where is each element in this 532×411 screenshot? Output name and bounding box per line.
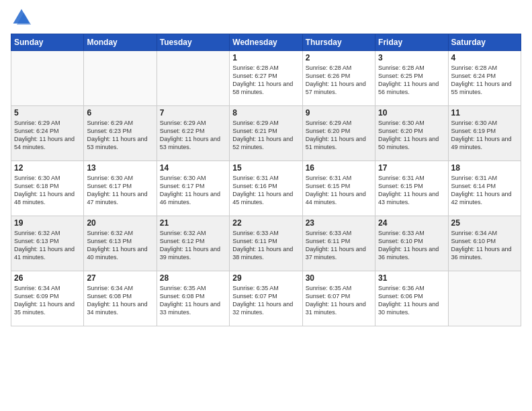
day-info: Sunrise: 6:34 AM Sunset: 6:09 PM Dayligh… <box>14 284 81 317</box>
weekday-header: Saturday <box>448 34 521 51</box>
day-number: 21 <box>160 218 226 228</box>
day-info: Sunrise: 6:31 AM Sunset: 6:15 PM Dayligh… <box>306 174 372 207</box>
calendar-cell: 19Sunrise: 6:32 AM Sunset: 6:13 PM Dayli… <box>11 216 84 271</box>
day-number: 11 <box>451 108 518 118</box>
calendar-cell: 27Sunrise: 6:34 AM Sunset: 6:08 PM Dayli… <box>84 271 157 326</box>
calendar-cell: 29Sunrise: 6:35 AM Sunset: 6:07 PM Dayli… <box>230 271 302 326</box>
day-info: Sunrise: 6:30 AM Sunset: 6:20 PM Dayligh… <box>378 119 445 152</box>
calendar-cell: 20Sunrise: 6:32 AM Sunset: 6:13 PM Dayli… <box>84 216 157 271</box>
calendar-week-row: 26Sunrise: 6:34 AM Sunset: 6:09 PM Dayli… <box>11 271 521 326</box>
day-info: Sunrise: 6:29 AM Sunset: 6:23 PM Dayligh… <box>87 119 153 152</box>
day-info: Sunrise: 6:30 AM Sunset: 6:19 PM Dayligh… <box>451 119 518 152</box>
calendar-cell: 11Sunrise: 6:30 AM Sunset: 6:19 PM Dayli… <box>448 106 521 161</box>
day-number: 7 <box>160 108 226 118</box>
calendar-cell: 31Sunrise: 6:36 AM Sunset: 6:06 PM Dayli… <box>375 271 448 326</box>
calendar-cell: 22Sunrise: 6:33 AM Sunset: 6:11 PM Dayli… <box>230 216 302 271</box>
day-info: Sunrise: 6:32 AM Sunset: 6:13 PM Dayligh… <box>14 229 81 262</box>
day-number: 1 <box>232 53 299 62</box>
day-info: Sunrise: 6:33 AM Sunset: 6:10 PM Dayligh… <box>378 229 445 262</box>
day-info: Sunrise: 6:28 AM Sunset: 6:27 PM Dayligh… <box>232 64 299 97</box>
calendar-cell: 26Sunrise: 6:34 AM Sunset: 6:09 PM Dayli… <box>11 271 84 326</box>
calendar-cell: 15Sunrise: 6:31 AM Sunset: 6:16 PM Dayli… <box>230 161 302 216</box>
day-number: 30 <box>306 273 372 283</box>
calendar-cell: 30Sunrise: 6:35 AM Sunset: 6:07 PM Dayli… <box>302 271 375 326</box>
day-info: Sunrise: 6:28 AM Sunset: 6:25 PM Dayligh… <box>378 64 445 97</box>
calendar-cell: 1Sunrise: 6:28 AM Sunset: 6:27 PM Daylig… <box>230 51 302 106</box>
calendar-cell: 8Sunrise: 6:29 AM Sunset: 6:21 PM Daylig… <box>230 106 302 161</box>
day-number: 2 <box>306 53 372 62</box>
calendar-week-row: 12Sunrise: 6:30 AM Sunset: 6:18 PM Dayli… <box>11 161 521 216</box>
day-info: Sunrise: 6:35 AM Sunset: 6:07 PM Dayligh… <box>232 284 299 317</box>
calendar-week-row: 1Sunrise: 6:28 AM Sunset: 6:27 PM Daylig… <box>11 51 521 106</box>
weekday-header-row: SundayMondayTuesdayWednesdayThursdayFrid… <box>11 34 521 51</box>
day-number: 31 <box>378 273 445 283</box>
day-info: Sunrise: 6:28 AM Sunset: 6:24 PM Dayligh… <box>451 64 518 97</box>
day-info: Sunrise: 6:29 AM Sunset: 6:24 PM Dayligh… <box>14 119 81 152</box>
calendar-cell: 12Sunrise: 6:30 AM Sunset: 6:18 PM Dayli… <box>11 161 84 216</box>
calendar-cell: 23Sunrise: 6:33 AM Sunset: 6:11 PM Dayli… <box>302 216 375 271</box>
day-number: 29 <box>232 273 299 283</box>
header <box>11 7 521 28</box>
calendar-cell: 17Sunrise: 6:31 AM Sunset: 6:15 PM Dayli… <box>375 161 448 216</box>
calendar-cell: 18Sunrise: 6:31 AM Sunset: 6:14 PM Dayli… <box>448 161 521 216</box>
calendar-cell: 3Sunrise: 6:28 AM Sunset: 6:25 PM Daylig… <box>375 51 448 106</box>
day-number: 18 <box>451 163 518 173</box>
day-info: Sunrise: 6:35 AM Sunset: 6:08 PM Dayligh… <box>160 284 226 317</box>
calendar-cell: 2Sunrise: 6:28 AM Sunset: 6:26 PM Daylig… <box>302 51 375 106</box>
day-info: Sunrise: 6:34 AM Sunset: 6:10 PM Dayligh… <box>451 229 518 262</box>
day-info: Sunrise: 6:29 AM Sunset: 6:21 PM Dayligh… <box>232 119 299 152</box>
day-number: 22 <box>232 218 299 228</box>
calendar-cell: 5Sunrise: 6:29 AM Sunset: 6:24 PM Daylig… <box>11 106 84 161</box>
day-info: Sunrise: 6:32 AM Sunset: 6:12 PM Dayligh… <box>160 229 226 262</box>
day-number: 3 <box>378 53 445 62</box>
day-number: 23 <box>306 218 372 228</box>
page: SundayMondayTuesdayWednesdayThursdayFrid… <box>0 0 532 411</box>
day-number: 28 <box>160 273 226 283</box>
calendar-cell <box>84 51 157 106</box>
calendar-cell: 25Sunrise: 6:34 AM Sunset: 6:10 PM Dayli… <box>448 216 521 271</box>
calendar-week-row: 19Sunrise: 6:32 AM Sunset: 6:13 PM Dayli… <box>11 216 521 271</box>
day-number: 20 <box>87 218 153 228</box>
day-info: Sunrise: 6:30 AM Sunset: 6:17 PM Dayligh… <box>87 174 153 207</box>
day-number: 8 <box>232 108 299 118</box>
day-number: 12 <box>14 163 81 173</box>
day-info: Sunrise: 6:31 AM Sunset: 6:16 PM Dayligh… <box>232 174 299 207</box>
calendar-week-row: 5Sunrise: 6:29 AM Sunset: 6:24 PM Daylig… <box>11 106 521 161</box>
calendar-cell: 4Sunrise: 6:28 AM Sunset: 6:24 PM Daylig… <box>448 51 521 106</box>
calendar-cell: 21Sunrise: 6:32 AM Sunset: 6:12 PM Dayli… <box>157 216 229 271</box>
calendar-cell <box>157 51 229 106</box>
calendar-cell: 28Sunrise: 6:35 AM Sunset: 6:08 PM Dayli… <box>157 271 229 326</box>
day-number: 14 <box>160 163 226 173</box>
weekday-header: Sunday <box>11 34 84 51</box>
calendar-cell: 16Sunrise: 6:31 AM Sunset: 6:15 PM Dayli… <box>302 161 375 216</box>
calendar-cell: 13Sunrise: 6:30 AM Sunset: 6:17 PM Dayli… <box>84 161 157 216</box>
day-number: 16 <box>306 163 372 173</box>
day-number: 10 <box>378 108 445 118</box>
day-number: 25 <box>451 218 518 228</box>
day-info: Sunrise: 6:29 AM Sunset: 6:20 PM Dayligh… <box>306 119 372 152</box>
day-number: 5 <box>14 108 81 118</box>
calendar: SundayMondayTuesdayWednesdayThursdayFrid… <box>11 34 521 326</box>
calendar-cell: 9Sunrise: 6:29 AM Sunset: 6:20 PM Daylig… <box>302 106 375 161</box>
day-info: Sunrise: 6:31 AM Sunset: 6:15 PM Dayligh… <box>378 174 445 207</box>
day-info: Sunrise: 6:31 AM Sunset: 6:14 PM Dayligh… <box>451 174 518 207</box>
weekday-header: Thursday <box>302 34 375 51</box>
day-info: Sunrise: 6:30 AM Sunset: 6:17 PM Dayligh… <box>160 174 226 207</box>
day-info: Sunrise: 6:33 AM Sunset: 6:11 PM Dayligh… <box>232 229 299 262</box>
calendar-cell: 7Sunrise: 6:29 AM Sunset: 6:22 PM Daylig… <box>157 106 229 161</box>
day-info: Sunrise: 6:35 AM Sunset: 6:07 PM Dayligh… <box>306 284 372 317</box>
calendar-cell <box>448 271 521 326</box>
day-number: 27 <box>87 273 153 283</box>
day-number: 24 <box>378 218 445 228</box>
day-number: 9 <box>306 108 372 118</box>
day-number: 17 <box>378 163 445 173</box>
day-number: 4 <box>451 53 518 62</box>
day-info: Sunrise: 6:28 AM Sunset: 6:26 PM Dayligh… <box>306 64 372 97</box>
day-number: 13 <box>87 163 153 173</box>
day-info: Sunrise: 6:33 AM Sunset: 6:11 PM Dayligh… <box>306 229 372 262</box>
day-info: Sunrise: 6:34 AM Sunset: 6:08 PM Dayligh… <box>87 284 153 317</box>
calendar-cell: 6Sunrise: 6:29 AM Sunset: 6:23 PM Daylig… <box>84 106 157 161</box>
day-number: 19 <box>14 218 81 228</box>
weekday-header: Friday <box>375 34 448 51</box>
logo-icon <box>11 7 32 28</box>
